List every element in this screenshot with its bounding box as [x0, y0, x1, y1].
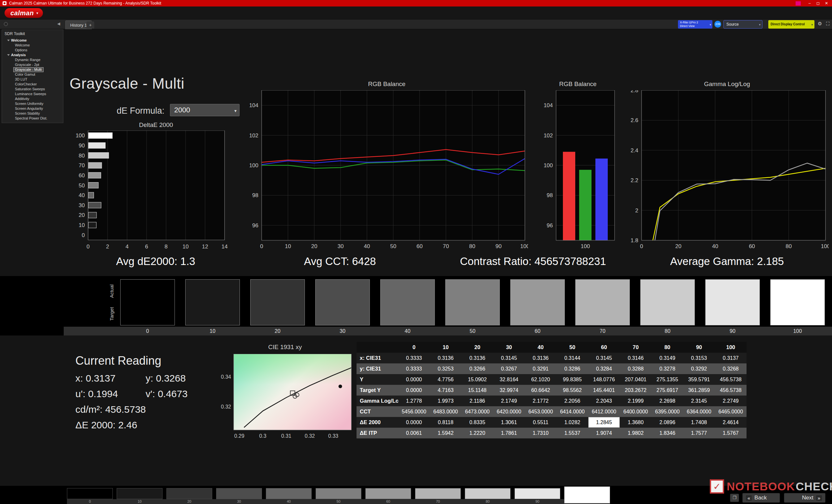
results-cell[interactable]: 0.3288: [620, 363, 651, 374]
de-formula-select[interactable]: 2000 ▾: [170, 104, 239, 116]
results-cell[interactable]: 32.8164: [493, 374, 524, 385]
results-cell[interactable]: 2.2749: [715, 395, 747, 406]
results-cell[interactable]: 275.1355: [652, 374, 683, 385]
results-cell[interactable]: 62.1020: [525, 374, 556, 385]
results-cell[interactable]: 1.9074: [588, 428, 620, 439]
results-cell[interactable]: 0.3145: [493, 353, 524, 363]
results-cell[interactable]: 1.7861: [493, 428, 524, 439]
sidebar-item-saturation-sweeps[interactable]: Saturation Sweeps: [14, 87, 46, 91]
results-cell[interactable]: 0.3284: [588, 363, 620, 374]
results-cell[interactable]: 32.9974: [493, 385, 524, 395]
results-cell[interactable]: 1.3061: [493, 417, 524, 428]
results-cell[interactable]: 6400.0000: [620, 406, 651, 417]
results-cell[interactable]: 1.7577: [683, 428, 715, 439]
results-cell[interactable]: 1.0282: [556, 417, 588, 428]
results-cell[interactable]: 4.7756: [430, 374, 461, 385]
results-cell[interactable]: 0.3266: [462, 363, 493, 374]
results-cell[interactable]: 203.2672: [620, 385, 651, 395]
results-cell[interactable]: 2.1772: [525, 395, 556, 406]
results-cell[interactable]: 0.3136: [462, 353, 493, 363]
results-cell[interactable]: 6453.0000: [525, 406, 556, 417]
sidebar-item-screen-uniformity[interactable]: Screen Uniformity: [14, 102, 45, 106]
bottom-swatch-100[interactable]: [564, 486, 610, 503]
results-cell[interactable]: 6395.0000: [652, 406, 683, 417]
results-cell[interactable]: 1.9802: [620, 428, 651, 439]
results-cell[interactable]: 0.0000: [398, 385, 430, 395]
results-cell[interactable]: 207.0401: [620, 374, 651, 385]
meter-select[interactable]: X-Rite i1Pro 2 Direct View ▾: [678, 20, 712, 29]
results-cell[interactable]: 359.5791: [683, 374, 715, 385]
results-cell[interactable]: 2.1749: [493, 395, 524, 406]
results-cell[interactable]: 6483.0000: [430, 406, 461, 417]
results-cell[interactable]: 0.3278: [652, 363, 683, 374]
results-cell[interactable]: 1.9973: [430, 395, 461, 406]
results-cell[interactable]: 148.0776: [588, 374, 620, 385]
add-tab-button[interactable]: +: [86, 22, 94, 29]
results-cell[interactable]: 0.5511: [525, 417, 556, 428]
results-cell[interactable]: 4.7163: [430, 385, 461, 395]
results-cell[interactable]: 0.3333: [398, 363, 430, 374]
results-cell[interactable]: 0.3136: [430, 353, 461, 363]
sidebar-item-additivity[interactable]: Additivity: [14, 97, 30, 101]
results-cell[interactable]: 2.2698: [652, 395, 683, 406]
results-cell[interactable]: 0.8118: [430, 417, 461, 428]
results-cell[interactable]: 456.5738: [715, 374, 747, 385]
results-cell[interactable]: 0.3144: [556, 353, 588, 363]
sidebar-item-welcome[interactable]: Welcome: [14, 43, 31, 48]
results-cell[interactable]: 0.3253: [430, 363, 461, 374]
next-button[interactable]: Next »: [784, 493, 826, 503]
results-cell[interactable]: 1.5537: [556, 428, 588, 439]
results-cell[interactable]: 6412.0000: [588, 406, 620, 417]
sidebar-item-spectral-power-dist[interactable]: Spectral Power Dist.: [14, 116, 49, 120]
results-cell[interactable]: 1.3680: [620, 417, 651, 428]
display-control-select[interactable]: Direct Display Control ▾: [768, 20, 814, 29]
results-cell[interactable]: 5456.0000: [398, 406, 430, 417]
results-cell[interactable]: 0.3137: [715, 353, 747, 363]
results-cell[interactable]: 2.4614: [715, 417, 747, 428]
results-cell[interactable]: 0.3268: [715, 363, 747, 374]
results-cell[interactable]: 0.3291: [525, 363, 556, 374]
maximize-button[interactable]: ◻: [814, 0, 822, 6]
bottom-swatch-40[interactable]: [266, 488, 312, 499]
results-cell[interactable]: 2.1186: [462, 395, 493, 406]
results-cell[interactable]: 0.3153: [683, 353, 715, 363]
bottom-swatch-30[interactable]: [216, 488, 262, 499]
sidebar-item-screen-angularity[interactable]: Screen Angularity: [14, 107, 44, 111]
close-button[interactable]: ✕: [822, 0, 831, 6]
fullscreen-icon[interactable]: ⛶: [826, 21, 830, 27]
results-cell[interactable]: 0.3136: [525, 353, 556, 363]
sidebar-item-options[interactable]: Options: [14, 48, 29, 52]
results-cell[interactable]: 1.5767: [715, 428, 747, 439]
sidebar-item-analysis[interactable]: Analysis: [6, 53, 27, 57]
results-cell[interactable]: 275.6917: [652, 385, 683, 395]
results-cell[interactable]: 456.5738: [715, 385, 747, 395]
bottom-swatch-80[interactable]: [465, 488, 511, 499]
panel-menu-icon[interactable]: [4, 22, 8, 26]
results-cell[interactable]: 0.3292: [683, 363, 715, 374]
results-cell[interactable]: 0.0000: [398, 417, 430, 428]
results-cell[interactable]: 6414.0000: [556, 406, 588, 417]
sidebar-item-welcome[interactable]: Welcome: [6, 38, 28, 43]
sidebar-item-grayscale-2pt[interactable]: Grayscale - 2pt: [14, 63, 41, 67]
back-button[interactable]: « Back: [742, 493, 780, 503]
calman-menu-button[interactable]: calman ▾: [4, 8, 43, 18]
results-cell[interactable]: 0.3149: [652, 353, 683, 363]
results-cell[interactable]: 1.7408: [683, 417, 715, 428]
sidebar-item-colorchecker[interactable]: ColorChecker: [14, 82, 38, 86]
results-cell[interactable]: 2.3145: [683, 395, 715, 406]
results-cell[interactable]: 2.2043: [588, 395, 620, 406]
results-cell[interactable]: 0.3145: [588, 353, 620, 363]
sidebar-item-grayscale-multi[interactable]: Grayscale - Multi: [14, 67, 43, 72]
results-cell[interactable]: 2.2056: [556, 395, 588, 406]
results-cell[interactable]: 15.1148: [462, 385, 493, 395]
results-cell[interactable]: 0.3286: [556, 363, 588, 374]
results-cell[interactable]: 6473.0000: [462, 406, 493, 417]
results-cell[interactable]: 99.8385: [556, 374, 588, 385]
results-cell[interactable]: 1.2778: [398, 395, 430, 406]
results-cell[interactable]: 2.1999: [620, 395, 651, 406]
results-cell[interactable]: 0.3333: [398, 353, 430, 363]
results-cell[interactable]: 6420.0000: [493, 406, 524, 417]
bottom-swatch-70[interactable]: [415, 488, 461, 499]
sidebar-item-dynamic-range[interactable]: Dynamic Range: [14, 58, 42, 62]
results-cell[interactable]: 0.0061: [398, 428, 430, 439]
